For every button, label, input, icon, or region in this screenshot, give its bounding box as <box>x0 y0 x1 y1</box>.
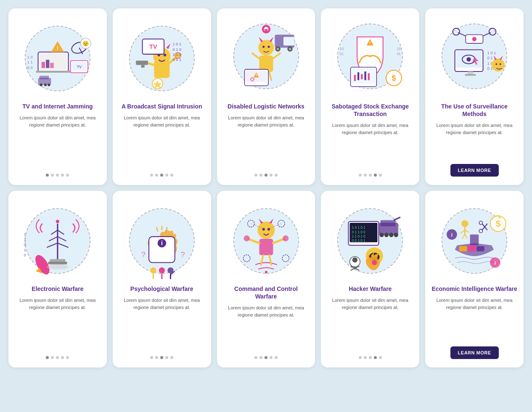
card-body-economic: Lorem ipsum dolor sit dim amet, mea regi… <box>431 297 518 341</box>
illustration-broadcast: TV 1 0 1 0 1 0 1 1 0 0 0 1 <box>119 14 205 98</box>
card-footer-broadcast <box>119 174 205 177</box>
dot-4[interactable] <box>374 356 377 359</box>
svg-text:1 1 0: 1 1 0 <box>172 53 181 57</box>
svg-rect-86 <box>368 73 370 80</box>
svg-text:!: ! <box>370 41 371 45</box>
card-psychological: i ? ? Psychological Warf <box>113 191 211 367</box>
dot-4[interactable] <box>61 174 64 177</box>
svg-text:01: 01 <box>340 52 344 56</box>
card-body-surveillance: Lorem ipsum dolor sit dim amet, mea regi… <box>431 122 518 158</box>
svg-rect-5 <box>46 60 49 68</box>
svg-point-187 <box>384 233 389 237</box>
card-body-tv-jamming: Lorem ipsum dolor sit dim amet, mea regi… <box>14 114 101 168</box>
card-footer-stock <box>327 174 413 177</box>
dot-1[interactable] <box>359 356 362 359</box>
dot-2[interactable] <box>51 356 54 359</box>
card-body-hacker: Lorem ipsum dolor sit dim amet, mea regi… <box>327 297 413 350</box>
card-command-control: Command and Control Warfare Lorem ipsum … <box>217 191 315 367</box>
card-title-logistic: Disabled Logistic Networks <box>228 103 304 110</box>
illustration-surveillance: 1 0 1 0 1 1 1 0 0 0 1 0 <box>431 14 518 98</box>
svg-point-213 <box>461 220 468 227</box>
svg-point-156 <box>257 222 275 239</box>
svg-point-186 <box>380 233 384 237</box>
svg-text:1 0: 1 0 <box>27 55 33 59</box>
svg-rect-37 <box>141 65 144 68</box>
dot-3[interactable] <box>369 174 372 177</box>
dot-3[interactable] <box>369 356 372 359</box>
dot-5[interactable] <box>170 356 173 359</box>
dot-4[interactable] <box>165 174 168 177</box>
svg-text:$: $ <box>392 74 397 82</box>
cards-grid: ! TV 1 0 1 1 0 0 <box>8 8 524 367</box>
illustration-hacker: 1 0 1 0 1 0 1 1 0 0 1 1 0 1 0 0 0 1 0 1 <box>327 197 413 281</box>
card-tv-internet-jamming: ! TV 1 0 1 1 0 0 <box>8 8 107 185</box>
svg-rect-36 <box>136 61 148 65</box>
illustration-logistic: ! <box>223 14 310 98</box>
dot-2[interactable] <box>155 356 158 359</box>
card-body-broadcast: Lorem ipsum dolor sit dim amet, mea regi… <box>119 114 205 168</box>
pagination-dots-6 <box>46 356 69 359</box>
svg-text:TV: TV <box>77 65 82 69</box>
dot-4[interactable] <box>61 356 64 359</box>
dot-3[interactable] <box>265 356 267 359</box>
svg-point-116 <box>500 63 501 65</box>
svg-text:0 1 0: 0 1 0 <box>172 48 181 52</box>
dot-5[interactable] <box>379 174 382 177</box>
learn-more-button-1[interactable]: LEARN MORE <box>450 164 499 177</box>
dot-2[interactable] <box>155 174 158 177</box>
dot-5[interactable] <box>275 174 278 177</box>
pagination-dots-7 <box>150 356 173 359</box>
svg-rect-203 <box>459 246 467 251</box>
svg-text:1 0 1 0 1: 1 0 1 0 1 <box>352 226 365 230</box>
dot-1[interactable] <box>254 174 257 177</box>
dot-3[interactable] <box>56 356 59 359</box>
dot-4[interactable] <box>374 174 377 177</box>
svg-rect-4 <box>42 62 45 68</box>
dot-2[interactable] <box>259 174 262 177</box>
dot-2[interactable] <box>51 174 54 177</box>
dot-3[interactable] <box>160 174 163 177</box>
dot-5[interactable] <box>275 356 278 359</box>
card-title-electronic: Electronic Warfare <box>32 285 83 293</box>
svg-text:0 0 1: 0 0 1 <box>172 58 181 62</box>
dot-4[interactable] <box>165 356 168 359</box>
dot-4[interactable] <box>270 356 273 359</box>
card-title-hacker: Hacker Warfare <box>349 285 392 293</box>
svg-point-142 <box>150 267 156 273</box>
dot-1[interactable] <box>254 356 257 359</box>
dot-4[interactable] <box>270 174 273 177</box>
dot-1[interactable] <box>150 356 153 359</box>
dot-2[interactable] <box>259 356 262 359</box>
svg-rect-2 <box>36 71 70 73</box>
card-title-surveillance: The Use of Surveillance Methods <box>431 103 518 118</box>
dot-3[interactable] <box>265 174 267 177</box>
svg-text:?: ? <box>141 250 145 259</box>
dot-3[interactable] <box>160 356 163 359</box>
dot-5[interactable] <box>379 356 382 359</box>
illustration-tv-jamming: ! TV 1 0 1 1 0 0 <box>14 14 101 98</box>
dot-2[interactable] <box>364 356 367 359</box>
dot-1[interactable] <box>359 174 362 177</box>
svg-text:1 0 1: 1 0 1 <box>487 51 496 55</box>
dot-1[interactable] <box>150 174 153 177</box>
svg-text:1: 1 <box>24 238 26 242</box>
svg-rect-107 <box>465 74 476 76</box>
dot-1[interactable] <box>46 356 49 359</box>
svg-point-144 <box>159 267 164 273</box>
card-footer-surveillance: LEARN MORE <box>431 164 518 177</box>
svg-text:1 1 0 1 0: 1 1 0 1 0 <box>352 235 365 238</box>
dot-5[interactable] <box>66 174 69 177</box>
dot-2[interactable] <box>364 174 367 177</box>
pagination-dots-1 <box>46 174 69 177</box>
dot-3[interactable] <box>56 174 59 177</box>
svg-point-22 <box>48 84 50 86</box>
pagination-dots-2 <box>150 174 173 177</box>
dot-5[interactable] <box>170 174 173 177</box>
svg-point-32 <box>164 54 166 56</box>
svg-point-21 <box>44 84 47 86</box>
dot-1[interactable] <box>46 174 49 177</box>
pagination-dots-4 <box>359 174 382 177</box>
svg-rect-19 <box>40 76 49 79</box>
dot-5[interactable] <box>66 356 69 359</box>
learn-more-button-2[interactable]: LEARN MORE <box>450 346 499 359</box>
